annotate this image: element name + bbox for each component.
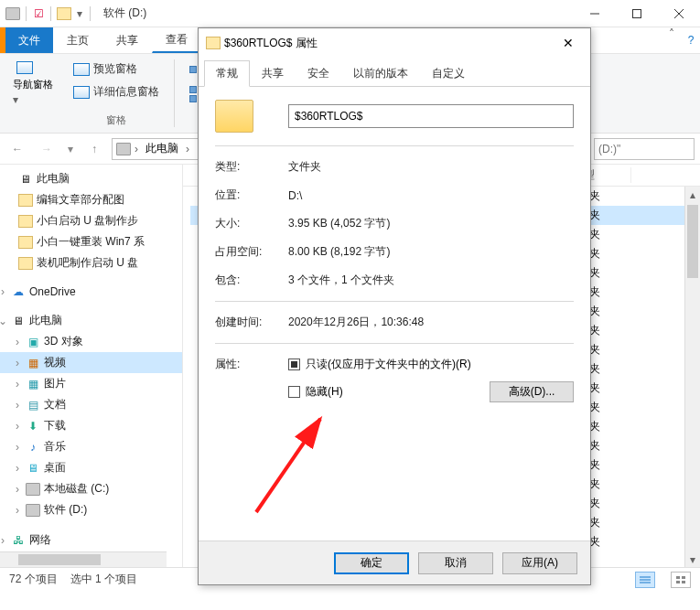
tab-custom[interactable]: 自定义 xyxy=(420,60,477,87)
contains-value: 3 个文件，1 个文件夹 xyxy=(288,273,394,288)
expand-icon[interactable]: › xyxy=(13,462,22,475)
cube-icon: ▣ xyxy=(26,336,40,348)
pc-icon: 🖥 xyxy=(11,315,26,327)
disk-icon xyxy=(26,483,40,496)
tree-folder[interactable]: 小白启动 U 盘制作步 xyxy=(0,210,182,231)
network-icon: 🖧 xyxy=(11,534,26,547)
tab-view[interactable]: 查看 xyxy=(152,27,201,53)
folder-name-input[interactable] xyxy=(288,104,574,128)
details-pane-button[interactable]: 详细信息窗格 xyxy=(70,82,163,102)
dialog-title: $360RTLOG$ 属性 xyxy=(221,36,554,51)
tab-home[interactable]: 主页 xyxy=(53,27,102,53)
size-value: 3.95 KB (4,052 字节) xyxy=(288,216,390,231)
expand-icon[interactable]: › xyxy=(13,399,22,412)
expand-icon[interactable]: › xyxy=(0,534,7,547)
tab-security[interactable]: 安全 xyxy=(296,60,341,87)
tree-pictures[interactable]: ›▦图片 xyxy=(0,373,182,394)
expand-icon[interactable]: › xyxy=(13,336,22,348)
qat-checkbox-icon[interactable]: ☑ xyxy=(32,7,45,20)
scroll-down-icon[interactable]: ▾ xyxy=(685,551,700,567)
contains-label: 包含: xyxy=(215,273,288,288)
expand-icon[interactable]: › xyxy=(13,378,22,391)
nav-tree[interactable]: 🖥此电脑 编辑文章部分配图 小白启动 U 盘制作步 小白一键重装 Win7 系 … xyxy=(0,165,183,567)
tree-thispc2[interactable]: ⌄🖥此电脑 xyxy=(0,310,182,331)
download-icon: ⬇ xyxy=(26,420,40,433)
titlebar: ☑ ▾ 软件 (D:) xyxy=(0,0,700,27)
icons-view-button[interactable] xyxy=(671,572,691,588)
tab-file[interactable]: 文件 xyxy=(5,27,53,53)
dialog-titlebar[interactable]: $360RTLOG$ 属性 ✕ xyxy=(199,28,590,58)
expand-icon[interactable]: › xyxy=(13,420,22,433)
tab-share[interactable]: 共享 xyxy=(102,27,152,53)
tree-onedrive[interactable]: ›☁OneDrive xyxy=(0,283,182,301)
readonly-checkbox[interactable] xyxy=(288,359,300,370)
location-value: D:\ xyxy=(288,189,302,202)
tree-folder[interactable]: 小白一键重装 Win7 系 xyxy=(0,231,182,252)
svg-rect-10 xyxy=(682,581,685,583)
details-view-button[interactable] xyxy=(635,572,655,588)
tree-thispc[interactable]: 🖥此电脑 xyxy=(0,168,182,189)
scroll-up-icon[interactable]: ▴ xyxy=(685,187,700,202)
tree-desktop[interactable]: ›🖥桌面 xyxy=(0,457,182,478)
back-button[interactable]: ← xyxy=(5,137,29,161)
expand-icon[interactable]: › xyxy=(0,285,7,298)
hidden-checkbox[interactable] xyxy=(288,386,300,398)
big-folder-icon xyxy=(215,100,253,133)
dialog-tabs: 常规 共享 安全 以前的版本 自定义 xyxy=(199,59,590,87)
tree-folder[interactable]: 编辑文章部分配图 xyxy=(0,189,182,210)
nav-pane-label: 导航窗格 xyxy=(13,78,53,91)
expand-icon[interactable]: › xyxy=(13,441,22,454)
pc-icon: 🖥 xyxy=(18,173,33,186)
forward-button[interactable]: → xyxy=(35,137,59,161)
help-icon[interactable]: ? xyxy=(682,27,700,53)
tree-3d[interactable]: ›▣3D 对象 xyxy=(0,331,182,352)
collapse-icon[interactable]: ⌄ xyxy=(0,315,7,327)
location-label: 位置: xyxy=(215,187,288,203)
scroll-thumb[interactable] xyxy=(687,205,698,278)
tree-network[interactable]: ›🖧网络 xyxy=(0,530,182,551)
cloud-icon: ☁ xyxy=(11,285,26,298)
readonly-label: 只读(仅应用于文件夹中的文件)(R) xyxy=(306,358,471,370)
folder-icon xyxy=(57,7,71,20)
vscrollbar[interactable]: ▴ ▾ xyxy=(684,187,700,567)
advanced-button[interactable]: 高级(D)... xyxy=(490,381,574,402)
close-button[interactable] xyxy=(658,0,700,27)
tree-ddisk[interactable]: ›软件 (D:) xyxy=(0,499,182,520)
preview-pane-button[interactable]: 预览窗格 xyxy=(70,59,141,79)
drive-icon xyxy=(116,143,131,155)
maximize-button[interactable] xyxy=(616,0,658,27)
ok-button[interactable]: 确定 xyxy=(334,552,409,574)
cancel-button[interactable]: 取消 xyxy=(418,552,493,574)
tab-general[interactable]: 常规 xyxy=(204,60,250,87)
tree-docs[interactable]: ›▤文档 xyxy=(0,394,182,415)
breadcrumb-thispc[interactable]: 此电脑 xyxy=(142,141,182,156)
expand-icon[interactable]: › xyxy=(13,504,22,517)
tree-music[interactable]: ›♪音乐 xyxy=(0,436,182,457)
music-icon: ♪ xyxy=(26,441,40,454)
expand-icon[interactable]: › xyxy=(13,483,22,496)
minimize-button[interactable] xyxy=(574,0,616,27)
hidden-label: 隐藏(H) xyxy=(306,385,343,398)
tab-previous[interactable]: 以前的版本 xyxy=(341,60,420,87)
nav-pane-button[interactable] xyxy=(13,59,37,76)
created-label: 创建时间: xyxy=(215,315,288,330)
tree-hscrollbar[interactable] xyxy=(0,551,167,567)
search-box[interactable] xyxy=(594,138,695,160)
ribbon-collapse-icon[interactable]: ˄ xyxy=(662,27,682,53)
tree-cdisk[interactable]: ›本地磁盘 (C:) xyxy=(0,478,182,499)
folder-icon xyxy=(18,257,33,270)
apply-button[interactable]: 应用(A) xyxy=(502,552,577,574)
image-icon: ▦ xyxy=(26,378,40,391)
dialog-footer: 确定 取消 应用(A) xyxy=(199,540,590,584)
tab-share[interactable]: 共享 xyxy=(250,60,296,87)
folder-icon xyxy=(18,215,33,228)
up-button[interactable]: ↑ xyxy=(82,137,106,161)
expand-icon[interactable]: › xyxy=(13,357,22,369)
dialog-close-button[interactable]: ✕ xyxy=(554,28,583,58)
tree-downloads[interactable]: ›⬇下载 xyxy=(0,415,182,436)
tree-folder[interactable]: 装机吧制作启动 U 盘 xyxy=(0,252,182,273)
type-value: 文件夹 xyxy=(288,159,321,175)
recent-button[interactable]: ▾ xyxy=(64,137,77,161)
tree-video[interactable]: ›▦视频 xyxy=(0,352,182,373)
search-input[interactable] xyxy=(598,143,690,155)
